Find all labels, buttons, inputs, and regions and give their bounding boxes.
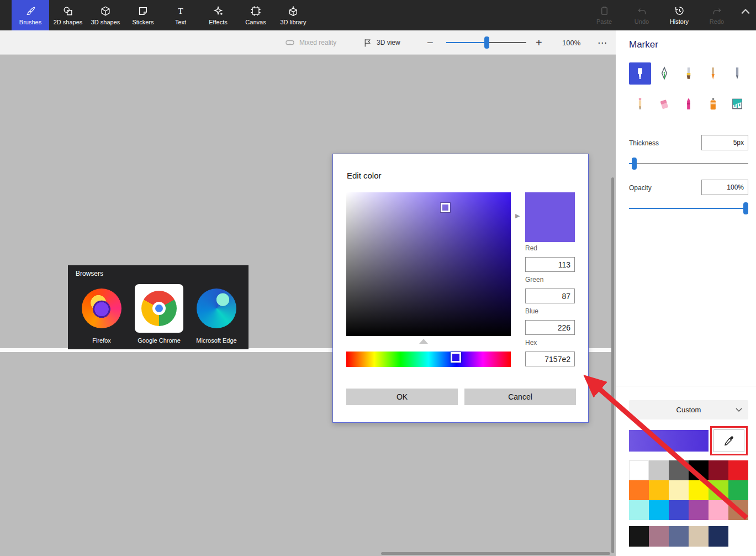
tab-label: 2D shapes [54,19,83,25]
brush-fill[interactable] [726,93,748,115]
vertical-scrollbar[interactable] [611,177,614,553]
palette-swatch[interactable] [709,526,728,547]
calligraphy-pen-icon [657,66,672,81]
tab-effects[interactable]: Effects [199,0,237,30]
palette-swatch[interactable] [689,460,709,480]
history-button[interactable]: History [660,0,698,30]
zoom-slider-thumb[interactable] [484,36,489,49]
palette-mode-dropdown[interactable]: Custom [629,400,748,419]
palette-swatch[interactable] [649,500,669,520]
mixed-reality-label: Mixed reality [299,39,336,46]
palette-swatch[interactable] [709,480,728,500]
tab-text[interactable]: T Text [162,0,199,30]
opacity-thumb[interactable] [743,202,748,214]
brush-calligraphy-pen[interactable] [653,62,675,85]
tab-stickers[interactable]: Stickers [124,0,162,30]
tab-canvas[interactable]: Canvas [237,0,274,30]
zoom-in-button[interactable]: + [536,30,542,55]
paste-button[interactable]: Paste [585,0,623,30]
redo-button[interactable]: Redo [698,0,736,30]
value-indicator-triangle [419,339,428,344]
brush-watercolor[interactable] [702,62,724,85]
zoom-level-value[interactable]: 100% [562,30,580,55]
thickness-track [629,163,748,164]
watercolor-icon [706,66,720,81]
browsers-panel-image: Browsers Firefox Google Chrome Microsoft… [68,265,249,349]
brush-oil-brush[interactable] [678,62,700,85]
palette-swatch[interactable] [669,480,689,500]
action-label: History [670,18,689,25]
brush-pencil[interactable] [629,93,651,115]
palette-swatch[interactable] [649,480,669,500]
brush-marker[interactable] [629,62,651,85]
zoom-in-glyph: + [536,36,542,49]
tab-brushes[interactable]: Brushes [12,0,49,30]
palette-swatch[interactable] [649,526,669,547]
blue-input[interactable] [525,320,575,335]
tool-tabs: Brushes 2D shapes 3D shapes Stickers T T… [12,0,312,30]
thickness-slider[interactable] [629,158,748,170]
more-options-button[interactable]: ⋯ [598,30,607,55]
palette-swatch[interactable] [669,526,689,547]
palette-swatch[interactable] [689,480,709,500]
palette-swatch[interactable] [728,480,748,500]
tab-3d-shapes[interactable]: 3D shapes [87,0,124,30]
browsers-panel-title: Browsers [76,270,103,277]
brush-crayon[interactable] [678,93,700,115]
brush-spray-can[interactable] [702,93,724,115]
palette-swatch[interactable] [728,500,748,520]
mixed-reality-button[interactable]: Mixed reality [285,30,336,55]
chrome-icon [135,284,183,333]
3d-view-label: 3D view [377,39,400,46]
palette-swatch[interactable] [689,526,709,547]
palette-swatch[interactable] [728,460,748,480]
palette-swatch[interactable] [689,500,709,520]
color-palette [629,460,748,520]
horizontal-scrollbar[interactable] [381,552,610,555]
thickness-thumb[interactable] [632,158,637,170]
ok-button[interactable]: OK [346,389,458,405]
palette-swatch[interactable] [629,480,649,500]
thickness-input[interactable] [701,135,748,150]
eyedropper-button[interactable] [713,429,744,452]
collapse-ribbon-button[interactable] [739,7,752,17]
opacity-fill [629,208,748,209]
palette-swatch[interactable] [629,460,649,480]
text-icon: T [175,6,186,17]
palette-swatch[interactable] [669,500,689,520]
tab-2d-shapes[interactable]: 2D shapes [49,0,87,30]
hue-selector[interactable] [451,352,461,363]
zoom-slider[interactable] [446,36,526,49]
palette-swatch[interactable] [629,500,649,520]
tab-label: Stickers [132,19,154,25]
brush-eraser[interactable] [653,93,675,115]
hue-bar[interactable] [346,352,511,367]
palette-swatch[interactable] [709,460,728,480]
thickness-label: Thickness [629,139,659,147]
palette-swatch[interactable] [629,526,649,547]
brush-pixel-pen[interactable] [726,62,748,85]
3d-view-button[interactable]: 3D view [363,30,400,55]
red-input[interactable] [525,257,575,272]
svg-text:T: T [178,6,183,15]
green-input[interactable] [525,289,575,303]
palette-swatch[interactable] [649,460,669,480]
opacity-input[interactable] [701,180,748,195]
tab-label: 3D library [280,19,306,25]
firefox-icon [77,284,126,333]
red-label: Red [525,244,537,252]
hex-input[interactable] [525,352,575,366]
cancel-button[interactable]: Cancel [464,389,576,405]
undo-button[interactable]: Undo [623,0,660,30]
saturation-selector[interactable] [441,203,450,212]
redo-icon [712,6,722,16]
zoom-percent: 100% [562,39,580,47]
tab-3d-library[interactable]: 3D library [274,0,312,30]
opacity-slider[interactable] [629,202,748,214]
zoom-out-button[interactable]: − [427,30,433,55]
undo-icon [637,6,647,16]
saturation-field[interactable] [346,192,511,336]
palette-swatch[interactable] [669,460,689,480]
palette-swatch[interactable] [709,500,728,520]
custom-color-bar[interactable] [629,430,709,452]
